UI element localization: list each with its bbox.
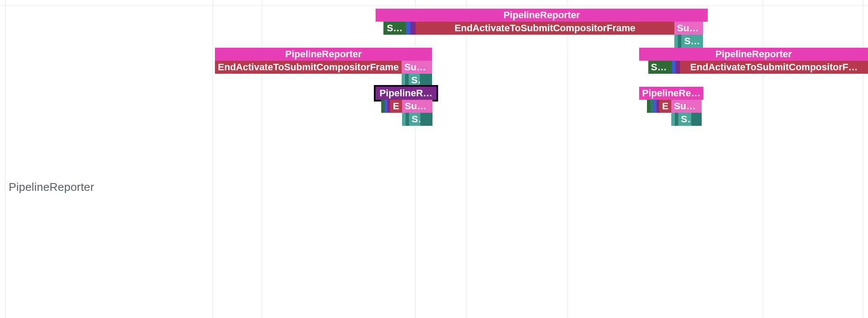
trace-slice[interactable]: PipelineRe… bbox=[639, 87, 703, 100]
time-grid-line bbox=[212, 0, 213, 318]
trace-slice[interactable]: S bbox=[409, 113, 420, 126]
trace-slice[interactable]: EndActivateToSubmitCompositorF… bbox=[680, 61, 868, 74]
trace-slice[interactable]: E bbox=[659, 100, 671, 113]
time-grid-line bbox=[466, 0, 466, 318]
time-grid-line bbox=[5, 0, 6, 318]
trace-slice[interactable] bbox=[691, 113, 702, 126]
trace-slice[interactable]: PipelineReporter bbox=[215, 48, 432, 61]
row-separator bbox=[0, 5, 868, 6]
trace-timeline-viewport[interactable]: PipelineReporterPipelineReporterS…EndAct… bbox=[0, 0, 868, 318]
trace-slice[interactable]: S… bbox=[678, 113, 691, 126]
track-row-label[interactable]: PipelineReporter bbox=[9, 180, 94, 194]
trace-slice[interactable]: E bbox=[390, 100, 402, 113]
trace-slice[interactable]: Sub… bbox=[671, 100, 702, 113]
trace-slice[interactable]: S bbox=[409, 74, 420, 87]
trace-slice[interactable] bbox=[420, 74, 432, 87]
trace-slice[interactable]: Sub… bbox=[402, 100, 432, 113]
trace-slice[interactable]: Se… bbox=[648, 61, 672, 74]
trace-slice[interactable] bbox=[410, 22, 416, 35]
trace-slice[interactable]: PipelineR… bbox=[376, 87, 436, 100]
trace-slice[interactable]: S… bbox=[681, 35, 703, 48]
trace-slice[interactable]: EndActivateToSubmitCompositorFrame bbox=[416, 22, 674, 35]
trace-slice[interactable]: EndActivateToSubmitCompositorFrame bbox=[215, 61, 402, 74]
trace-slice[interactable]: PipelineReporter bbox=[639, 48, 868, 61]
trace-slice[interactable]: Sub… bbox=[674, 22, 703, 35]
time-grid-line bbox=[567, 0, 568, 318]
trace-slice[interactable]: Sub… bbox=[402, 61, 432, 74]
trace-slice[interactable]: S… bbox=[383, 22, 406, 35]
trace-slice[interactable] bbox=[420, 113, 432, 126]
trace-slice[interactable]: PipelineReporter bbox=[376, 9, 708, 22]
